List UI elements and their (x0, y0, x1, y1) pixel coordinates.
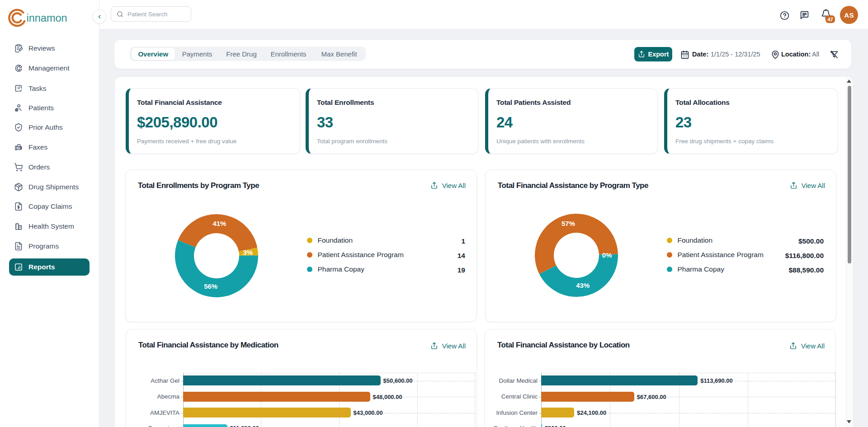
svg-text:41%: 41% (212, 220, 226, 227)
svg-text:0%: 0% (602, 251, 612, 259)
svg-text:43%: 43% (576, 282, 590, 289)
svg-text:56%: 56% (204, 282, 217, 290)
svg-text:innamon: innamon (27, 12, 67, 24)
svg-text:57%: 57% (561, 220, 575, 227)
svg-text:3%: 3% (243, 249, 253, 256)
